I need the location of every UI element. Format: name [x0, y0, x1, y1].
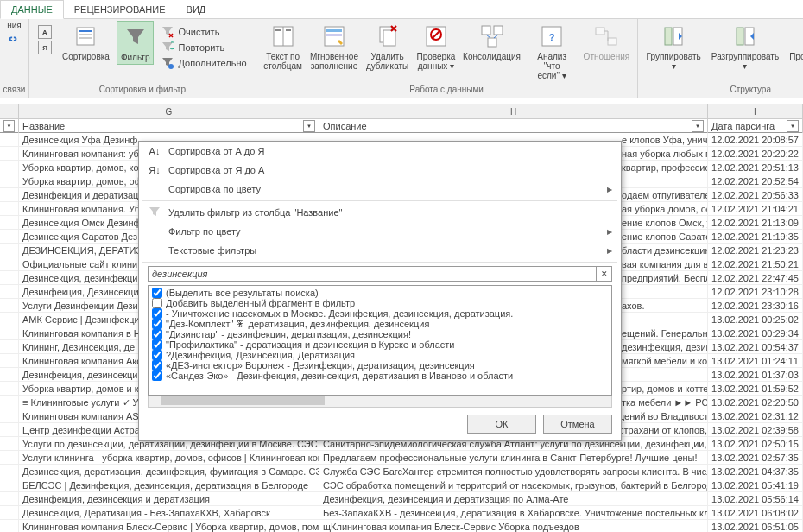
filter-checkbox[interactable]	[152, 329, 162, 339]
text-to-columns-button[interactable]: Текст постолбцам	[262, 21, 305, 73]
sort-filter-group-label: Сортировка и фильтр	[99, 85, 186, 96]
filter-list-item[interactable]: ?Дезинфекция, Дезинсекция, Дератизация	[150, 350, 610, 360]
filter-list-item[interactable]: "Профилактика" - дератизация и дезинсекц…	[150, 339, 610, 350]
svg-rect-23	[608, 38, 616, 45]
sort-az-button[interactable]: А	[35, 24, 55, 40]
data-validation-button[interactable]: Проверкаданных ▾	[414, 21, 458, 73]
filter-list-hscroll[interactable]	[148, 396, 612, 408]
svg-rect-7	[275, 29, 281, 31]
filter-dropdown-date[interactable]: ▼	[787, 120, 799, 132]
group-button[interactable]: Группировать▾	[643, 21, 705, 73]
filter-checkbox[interactable]	[152, 319, 162, 329]
header-title: Название	[22, 121, 65, 131]
filter-item-label: - Уничтожение насекомых в Москве. Дезинф…	[166, 308, 513, 319]
svg-rect-1	[79, 30, 92, 32]
svg-text:?: ?	[549, 32, 555, 42]
filter-text-filters[interactable]: Текстовые фильтры▶	[139, 241, 621, 260]
consolidate-button[interactable]: Консолидация	[461, 21, 522, 63]
filter-list-item[interactable]: (Выделить все результаты поиска)	[150, 288, 610, 298]
table-row[interactable]: Клининговая компания Блеск-Сервис | Убор…	[0, 520, 803, 532]
filter-item-label: Добавить выделенный фрагмент в фильтр	[166, 298, 355, 308]
filter-checkbox[interactable]	[152, 370, 162, 381]
svg-rect-19	[488, 38, 496, 47]
filter-item-label: «ДЕЗ-инспектор» Воронеж - Дезинфекция, д…	[166, 360, 475, 370]
clear-filter-icon	[148, 206, 161, 219]
svg-rect-17	[482, 26, 490, 35]
filter-dropdown-desc[interactable]: ▼	[692, 120, 704, 132]
filter-button[interactable]: Фильтр	[117, 21, 155, 65]
col-header-h[interactable]: H	[319, 104, 708, 118]
advanced-filter-button[interactable]: Дополнительно	[157, 55, 250, 71]
filter-value-list[interactable]: (Выделить все результаты поиска)Добавить…	[148, 285, 612, 396]
svg-rect-13	[383, 30, 395, 46]
filter-checkbox[interactable]	[152, 360, 162, 370]
filter-search-input[interactable]	[148, 266, 597, 282]
header-desc: Описание	[323, 121, 367, 131]
autofilter-popup: А↓Сортировка от А до Я Я↓Сортировка от Я…	[138, 141, 622, 441]
table-row[interactable]: Дезинфекция, дезинсекция и дератизацияДе…	[0, 492, 803, 506]
filter-checkbox[interactable]	[152, 288, 162, 298]
tab-view[interactable]: ВИД	[176, 1, 217, 18]
reapply-filter-button[interactable]: Повторить	[157, 40, 250, 55]
filter-sort-az[interactable]: А↓Сортировка от А до Я	[139, 142, 621, 161]
table-row[interactable]: БЕЛСЭС | Дезинфекция, дезинсекция, дерат…	[0, 478, 803, 492]
filter-item-label: "Дез-Комплект" ֍ дератизация, дезинфекци…	[166, 319, 429, 329]
connections-group-label: связи	[3, 85, 26, 96]
relations-button[interactable]: Отношения	[581, 21, 631, 63]
tab-review[interactable]: РЕЦЕНЗИРОВАНИЕ	[64, 1, 176, 18]
subtotal-button[interactable]: Промежуточныйитог	[786, 21, 803, 73]
edit-links-cut: ния	[7, 21, 22, 30]
filter-list-item[interactable]: «Сандез-Эко» - Дезинфекция, дезинсекция,…	[150, 370, 610, 381]
filter-checkbox[interactable]	[152, 339, 162, 350]
svg-rect-24	[665, 28, 672, 45]
svg-rect-8	[286, 29, 291, 31]
filter-ok-button[interactable]: ОК	[467, 415, 536, 434]
submenu-arrow-icon: ▶	[607, 186, 612, 193]
svg-rect-18	[494, 26, 503, 35]
filter-search-clear[interactable]: ✕	[597, 266, 612, 282]
filter-checkbox[interactable]	[152, 298, 162, 308]
filter-clear: Удалить фильтр из столбца "Название"	[139, 203, 621, 222]
filter-item-label: «Сандез-Эко» - Дезинфекция, дезинсекция,…	[166, 370, 513, 381]
col-header-i[interactable]: I	[708, 104, 803, 118]
svg-rect-26	[737, 28, 743, 45]
submenu-arrow-icon: ▶	[607, 247, 612, 255]
ungroup-button[interactable]: Разгруппировать▾	[708, 21, 782, 73]
filter-item-label: "Профилактика" - дератизация и дезинсекц…	[166, 339, 454, 350]
filter-checkbox[interactable]	[152, 350, 162, 360]
structure-group-label: Структура	[730, 85, 771, 96]
filter-list-item[interactable]: "Дизинстар" - дезинфекция, дератизация, …	[150, 329, 610, 339]
filter-sort-za[interactable]: Я↓Сортировка от Я до А	[139, 161, 621, 180]
svg-rect-3	[79, 37, 92, 39]
table-row[interactable]: Дезинсекция, Дератизация - Без-ЗапахаКХВ…	[0, 506, 803, 520]
filter-cancel-button[interactable]: Отмена	[543, 415, 612, 434]
sort-za-icon: Я↓	[148, 163, 161, 177]
filter-list-item[interactable]: "Дез-Комплект" ֍ дератизация, дезинфекци…	[150, 319, 610, 329]
filter-dropdown-prev[interactable]: ▼	[3, 120, 15, 132]
tab-data[interactable]: ДАННЫЕ	[0, 0, 64, 19]
sort-button[interactable]: Сортировка	[59, 21, 113, 63]
filter-sort-color[interactable]: Сортировка по цвету▶	[139, 180, 621, 199]
filter-item-label: ?Дезинфекция, Дезинсекция, Дератизация	[166, 350, 355, 360]
table-row[interactable]: Дезинсекция, дератизация, дезинфекция, ф…	[0, 465, 803, 478]
svg-rect-11	[326, 34, 342, 36]
filter-list-item[interactable]: Добавить выделенный фрагмент в фильтр	[150, 298, 610, 308]
col-header-g[interactable]: G	[19, 104, 319, 118]
filter-dropdown-title[interactable]: ▼	[303, 120, 315, 132]
filter-list-item[interactable]: «ДЕЗ-инспектор» Воронеж - Дезинфекция, д…	[150, 360, 610, 370]
what-if-button[interactable]: ?Анализ "чтоесли" ▾	[526, 21, 578, 82]
col-header-blank[interactable]	[0, 104, 19, 118]
sort-za-button[interactable]: Я	[35, 40, 55, 55]
filter-list-item[interactable]: - Уничтожение насекомых в Москве. Дезинф…	[150, 308, 610, 319]
flash-fill-button[interactable]: Мгновенноезаполнение	[308, 21, 361, 73]
data-tools-group-label: Работа с данными	[409, 85, 484, 96]
clear-filter-button[interactable]: Очистить	[157, 24, 250, 40]
filter-item-label: (Выделить все результаты поиска)	[166, 288, 319, 298]
filter-checkbox[interactable]	[152, 308, 162, 319]
filter-item-label: "Дизинстар" - дезинфекция, дератизация, …	[166, 329, 411, 339]
header-date: Дата парсинга	[711, 121, 775, 131]
remove-duplicates-button[interactable]: Удалитьдубликаты	[364, 21, 410, 73]
table-row[interactable]: Услуги клининга - уборка квартир, домов,…	[0, 451, 803, 465]
svg-rect-2	[79, 34, 92, 35]
submenu-arrow-icon: ▶	[607, 228, 612, 236]
